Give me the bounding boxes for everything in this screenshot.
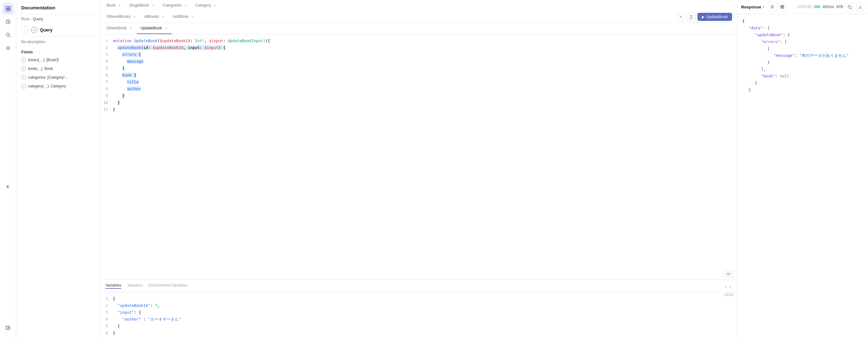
line-content: updateBook(id: $updateBookId, input: $in… bbox=[113, 44, 737, 51]
var-line-number: 3 bbox=[100, 309, 113, 316]
tab-deletebook-close[interactable]: × bbox=[129, 26, 133, 30]
tab-book-close[interactable]: × bbox=[118, 3, 122, 7]
svg-point-5 bbox=[6, 33, 9, 36]
doc-nav-add-button[interactable]: + bbox=[31, 27, 37, 33]
breadcrumb-current[interactable]: Query bbox=[33, 17, 43, 21]
var-line-content: } bbox=[113, 323, 737, 330]
search-icon-button[interactable] bbox=[2, 29, 14, 40]
variables-editor[interactable]: 1{2 "updateBookId": 7,3 "input": {4 "aut… bbox=[100, 293, 737, 339]
doc-nav-back-button[interactable]: ← bbox=[21, 26, 29, 34]
response-line: } bbox=[742, 59, 863, 66]
response-line: "errors": [ bbox=[742, 38, 863, 45]
tab-book[interactable]: Book × bbox=[103, 0, 126, 11]
play-icon-button[interactable] bbox=[2, 322, 14, 333]
doc-field-category[interactable]: + category(…): Category bbox=[16, 82, 100, 90]
headers-tab[interactable]: Headers bbox=[127, 283, 142, 289]
response-download-button[interactable] bbox=[856, 3, 864, 11]
response-grid-view-button[interactable] bbox=[778, 2, 786, 11]
tab-updatebook-label: UpdateBook bbox=[141, 26, 162, 30]
editor-footer: ⌨ bbox=[723, 271, 733, 277]
editor-line: 3 errors { bbox=[100, 51, 737, 58]
line-content: } bbox=[113, 99, 737, 106]
doc-field-categories[interactable]: + categories: [Category!… bbox=[16, 73, 100, 82]
svg-rect-17 bbox=[849, 6, 851, 9]
json-label: JSON bbox=[724, 293, 733, 296]
svg-rect-2 bbox=[6, 9, 7, 11]
tab-book-label: Book bbox=[106, 3, 116, 7]
response-content: {"data": {"updateBook": {"errors": [{"me… bbox=[737, 14, 868, 339]
svg-rect-0 bbox=[6, 6, 7, 8]
response-title-text: Response bbox=[741, 5, 762, 9]
response-header: Response ▾ STATUS 200 bbox=[737, 0, 868, 14]
line-content: } bbox=[113, 106, 737, 113]
collapse-sidebar-button[interactable] bbox=[2, 181, 14, 192]
line-number: 4 bbox=[100, 58, 113, 65]
editor-line: 6 book { bbox=[100, 72, 737, 79]
editor-line: 7 title bbox=[100, 79, 737, 86]
tab-filteredbooks[interactable]: FilteredBooks × bbox=[103, 11, 140, 23]
tab-categories-close[interactable]: × bbox=[183, 3, 188, 7]
doc-field-categories-label: categories: [Category!… bbox=[28, 75, 68, 80]
svg-rect-16 bbox=[782, 7, 783, 8]
var-line-content: "updateBookId": 7, bbox=[113, 302, 737, 309]
response-toolbar bbox=[768, 2, 786, 11]
variable-line: 2 "updateBookId": 7, bbox=[100, 302, 737, 309]
tab-addbook[interactable]: AddBook × bbox=[169, 11, 198, 23]
line-number: 8 bbox=[100, 86, 113, 92]
line-content: message bbox=[113, 58, 737, 65]
code-editor[interactable]: 1mutation UpdateBook($updateBookId: Int!… bbox=[100, 34, 737, 116]
line-content: mutation UpdateBook($updateBookId: Int!,… bbox=[113, 37, 737, 44]
tab-updatebook-close[interactable]: × bbox=[164, 26, 168, 30]
var-line-number: 2 bbox=[100, 302, 113, 309]
run-button-label: UpdateBook bbox=[706, 15, 728, 19]
tab-categories[interactable]: Categories × bbox=[159, 0, 191, 11]
doc-fields-label: Fields bbox=[16, 47, 100, 56]
variables-header: Variables Headers Environment Variables … bbox=[100, 280, 737, 292]
editor-line: 1mutation UpdateBook($updateBookId: Int!… bbox=[100, 37, 737, 44]
tab-category-close[interactable]: × bbox=[213, 3, 217, 7]
tab-deletebook-label: DeleteBook bbox=[106, 26, 127, 30]
doc-field-category-label: category(…): Category bbox=[28, 84, 66, 88]
collapse-variables-button[interactable]: ⌄⌄ bbox=[724, 283, 732, 289]
breadcrumb-root[interactable]: Root bbox=[21, 17, 29, 21]
response-list-view-button[interactable] bbox=[768, 2, 777, 11]
history-icon-button[interactable] bbox=[2, 16, 14, 27]
response-line: "book": null bbox=[742, 73, 863, 80]
variables-tab[interactable]: Variables bbox=[105, 283, 121, 289]
tab-filteredbooks-label: FilteredBooks bbox=[106, 15, 130, 19]
breadcrumb: Root › Query bbox=[16, 15, 100, 24]
tab-category[interactable]: Category × bbox=[191, 0, 221, 11]
add-tab-button[interactable]: + bbox=[677, 13, 685, 21]
var-line-number: 1 bbox=[100, 295, 113, 302]
response-dropdown-chevron[interactable]: ▾ bbox=[763, 5, 764, 9]
svg-rect-3 bbox=[8, 9, 10, 11]
tab-filteredbooks-close[interactable]: × bbox=[132, 15, 136, 19]
variable-line: 4 "author" : "カーネギーさん" bbox=[100, 316, 737, 323]
tab-addbook-label: AddBook bbox=[173, 15, 189, 19]
tab-allbooks[interactable]: allBooks × bbox=[140, 11, 169, 23]
env-variables-tab[interactable]: Environment Variables bbox=[148, 283, 187, 289]
run-updatebook-button[interactable]: ▶ UpdateBook bbox=[698, 13, 732, 21]
tab-updatebook[interactable]: UpdateBook × bbox=[137, 23, 172, 34]
variable-line: 6} bbox=[100, 330, 737, 337]
tab-singlebook[interactable]: SingleBook × bbox=[126, 0, 159, 11]
doc-fields-list: + books(…): [Book!]! + book(…): Book + c… bbox=[16, 56, 100, 90]
doc-nav: ← + Query bbox=[16, 24, 100, 36]
response-time: 402ms bbox=[823, 5, 834, 9]
tab-allbooks-close[interactable]: × bbox=[161, 15, 165, 19]
response-copy-button[interactable] bbox=[845, 3, 854, 11]
editor-area[interactable]: 1mutation UpdateBook($updateBookId: Int!… bbox=[100, 34, 737, 279]
response-line: } bbox=[742, 80, 863, 86]
share-button[interactable] bbox=[687, 12, 695, 21]
settings-icon-button[interactable] bbox=[2, 43, 14, 54]
tab-addbook-close[interactable]: × bbox=[190, 15, 194, 19]
doc-field-book[interactable]: + book(…): Book bbox=[16, 64, 100, 73]
tab-deletebook[interactable]: DeleteBook × bbox=[103, 23, 137, 34]
sidebar-icon-bar bbox=[0, 0, 16, 339]
grid-icon-button[interactable] bbox=[2, 3, 14, 15]
doc-field-books[interactable]: + books(…): [Book!]! bbox=[16, 56, 100, 64]
doc-field-books-label: books(…): [Book!]! bbox=[28, 58, 59, 62]
tab-singlebook-close[interactable]: × bbox=[151, 3, 155, 7]
line-number: 9 bbox=[100, 92, 113, 99]
tabs-bar: Book × SingleBook × Categories × Categor… bbox=[100, 0, 737, 34]
